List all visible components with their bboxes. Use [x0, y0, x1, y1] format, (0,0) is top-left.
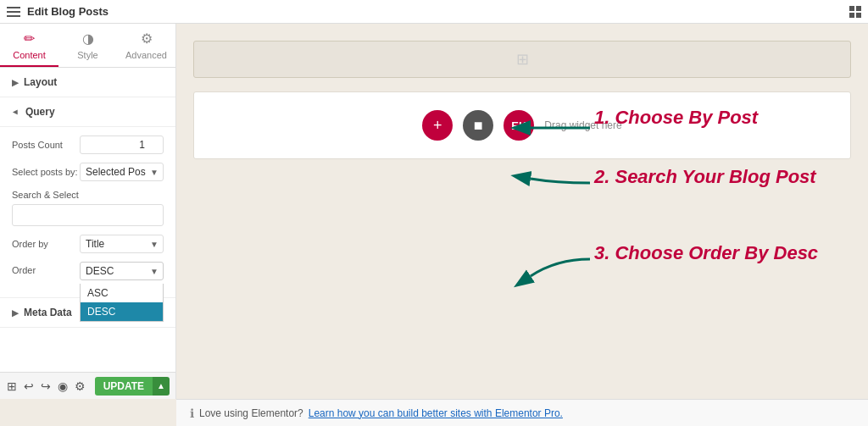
- layers-icon[interactable]: ⊞: [7, 379, 17, 393]
- status-link[interactable]: Learn how you can build better sites wit…: [309, 407, 563, 419]
- update-button-group: UPDATE ▲: [95, 377, 170, 396]
- select-posts-label: Select posts by:: [12, 167, 80, 177]
- select-posts-row: Select posts by: Selected Post Recent Po…: [12, 163, 164, 181]
- hamburger-icon[interactable]: [7, 7, 20, 17]
- order-option-asc[interactable]: ASC: [81, 284, 163, 302]
- style-tab-icon: ◑: [82, 30, 94, 47]
- header: Edit Blog Posts: [0, 0, 868, 24]
- main-canvas: ⊞ + ■ EK Drag widget here 1. Choose By P…: [176, 24, 868, 399]
- layout-section-header[interactable]: ▶ Layout: [0, 68, 175, 97]
- query-section-header[interactable]: ▼ Query: [0, 97, 175, 127]
- annotation-step1: 1. Choose By Post: [594, 107, 758, 129]
- tab-content[interactable]: ✏ Content: [0, 24, 58, 67]
- order-dropdown-list: ASC DESC: [80, 284, 164, 322]
- undo-icon[interactable]: ↩: [24, 379, 34, 393]
- posts-count-input[interactable]: [80, 136, 164, 154]
- order-by-control: Title Date Author ▼: [80, 235, 164, 253]
- order-select[interactable]: DESC ASC: [80, 262, 164, 280]
- apps-icon[interactable]: [849, 6, 861, 18]
- top-widget-placeholder: ⊞: [193, 41, 851, 78]
- order-by-row: Order by Title Date Author ▼: [12, 235, 164, 253]
- order-select-wrapper: DESC ASC ▼: [80, 262, 164, 280]
- query-section-label: Query: [25, 106, 55, 118]
- meta-data-section-label: Meta Data: [24, 307, 72, 318]
- query-arrow-icon: ▼: [11, 108, 20, 116]
- order-row: Order DESC ASC ▼ ASC DESC: [12, 262, 164, 280]
- search-select-label: Search & Select: [12, 190, 164, 200]
- posts-count-row: Posts Count: [12, 136, 164, 154]
- status-bar: ℹ Love using Elementor? Learn how you ca…: [176, 399, 868, 426]
- sidebar-footer: ⊞ ↩ ↪ ◉ ⚙ UPDATE ▲: [0, 372, 176, 399]
- select-posts-control: Selected Post Recent Posts Featured Post…: [80, 163, 164, 181]
- tab-style-label: Style: [77, 50, 97, 60]
- ek-button[interactable]: EK: [504, 110, 534, 141]
- layout-arrow-icon: ▶: [12, 78, 19, 87]
- tab-content-label: Content: [13, 50, 46, 60]
- add-widget-button[interactable]: +: [422, 110, 453, 141]
- order-by-select[interactable]: Title Date Author: [80, 235, 164, 253]
- placeholder-icon: ⊞: [516, 50, 529, 69]
- update-button[interactable]: UPDATE: [95, 377, 153, 396]
- order-option-desc[interactable]: DESC: [81, 302, 163, 321]
- order-label: Order: [12, 262, 80, 275]
- sidebar-tabs: ✏ Content ◑ Style ⚙ Advanced: [0, 24, 175, 68]
- select-posts-select[interactable]: Selected Post Recent Posts Featured Post…: [80, 163, 164, 181]
- search-select-input[interactable]: [12, 204, 164, 226]
- content-tab-icon: ✏: [24, 30, 35, 47]
- annotation-step2: 2. Search Your Blog Post: [594, 166, 816, 188]
- tab-advanced-label: Advanced: [125, 50, 167, 60]
- settings-icon[interactable]: ⚙: [75, 379, 86, 393]
- header-left: Edit Blog Posts: [7, 5, 108, 18]
- order-control: DESC ASC ▼ ASC DESC: [80, 262, 164, 280]
- posts-count-label: Posts Count: [12, 140, 80, 150]
- info-icon: ℹ: [190, 407, 194, 420]
- tab-style[interactable]: ◑ Style: [58, 24, 117, 67]
- posts-count-control: [80, 136, 164, 154]
- meta-data-arrow-icon: ▶: [12, 308, 19, 318]
- query-section: ▼ Query Posts Count Select posts by: Sel…: [0, 97, 175, 298]
- annotation-step3: 3. Choose Order By Desc: [594, 242, 818, 264]
- eye-icon[interactable]: ◉: [58, 379, 68, 393]
- tab-advanced[interactable]: ⚙ Advanced: [117, 24, 175, 67]
- order-by-label: Order by: [12, 239, 80, 249]
- query-section-body: Posts Count Select posts by: Selected Po…: [0, 127, 175, 297]
- page-title: Edit Blog Posts: [27, 5, 108, 18]
- status-text: Love using Elementor?: [199, 407, 303, 419]
- stop-button[interactable]: ■: [463, 110, 493, 141]
- redo-icon[interactable]: ↪: [41, 379, 51, 393]
- update-dropdown-button[interactable]: ▲: [153, 377, 170, 396]
- sidebar: ✏ Content ◑ Style ⚙ Advanced ▶ Layout ▼ …: [0, 24, 176, 399]
- layout-section-label: Layout: [24, 76, 57, 88]
- advanced-tab-icon: ⚙: [141, 30, 153, 47]
- search-select-row: Search & Select: [12, 190, 164, 226]
